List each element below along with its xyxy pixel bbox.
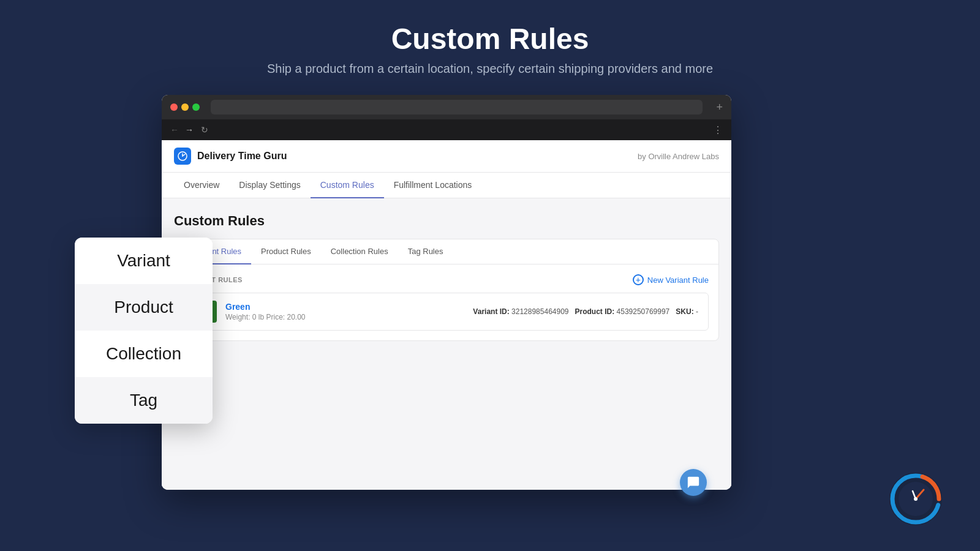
- dot-yellow[interactable]: [181, 103, 189, 111]
- browser-nav: ← → ↻ ⋮: [162, 119, 731, 140]
- plus-icon: +: [633, 274, 644, 285]
- new-variant-rule-button[interactable]: + New Variant Rule: [633, 274, 709, 285]
- browser-menu-button[interactable]: ⋮: [713, 124, 723, 136]
- new-rule-label: New Variant Rule: [647, 276, 709, 285]
- timer-icon: [888, 471, 943, 527]
- variant-id-label: Variant ID:: [473, 307, 509, 316]
- svg-point-9: [914, 497, 918, 501]
- list-item-variant[interactable]: Variant: [75, 238, 213, 284]
- address-bar[interactable]: [211, 100, 703, 114]
- app-by-text: by Orville Andrew Labs: [638, 152, 719, 161]
- app-nav: Overview Display Settings Custom Rules F…: [162, 173, 731, 198]
- tab-display-settings[interactable]: Display Settings: [229, 173, 310, 198]
- section-title: Custom Rules: [174, 213, 719, 229]
- tab-product-rules[interactable]: Product Rules: [251, 239, 321, 264]
- rules-card: Variant Rules Product Rules Collection R…: [174, 239, 719, 341]
- browser-window: + ← → ↻ ⋮ Delivery Time Guru by Orville …: [162, 95, 731, 490]
- tab-custom-rules[interactable]: Custom Rules: [311, 173, 384, 198]
- rules-content: VARIANT RULES + New Variant Rule: [175, 264, 718, 340]
- list-item-tag[interactable]: Tag: [75, 377, 213, 424]
- app-header: Delivery Time Guru by Orville Andrew Lab…: [162, 140, 731, 173]
- page-title: Custom Rules: [0, 22, 980, 56]
- page-subtitle: Ship a product from a certain location, …: [0, 62, 980, 76]
- floating-list: Variant Product Collection Tag: [75, 238, 213, 424]
- app-content: Delivery Time Guru by Orville Andrew Lab…: [162, 140, 731, 490]
- browser-dots: [170, 103, 200, 111]
- browser-chrome: +: [162, 95, 731, 119]
- tab-tag-rules[interactable]: Tag Rules: [398, 239, 453, 264]
- variant-detail: Weight: 0 lb Price: 20.00: [225, 313, 464, 321]
- variant-item[interactable]: Green Weight: 0 lb Price: 20.00 Variant …: [184, 293, 709, 331]
- chat-icon: [687, 476, 700, 489]
- variant-id-value: 32128985464909: [511, 307, 568, 316]
- tab-collection-rules[interactable]: Collection Rules: [321, 239, 398, 264]
- list-item-product[interactable]: Product: [75, 284, 213, 331]
- tab-fulfillment-locations[interactable]: Fulfillment Locations: [384, 173, 482, 198]
- sku-label: SKU:: [676, 307, 693, 316]
- dot-green[interactable]: [192, 103, 200, 111]
- new-tab-button[interactable]: +: [716, 101, 723, 114]
- sku-value: -: [696, 307, 698, 316]
- back-button[interactable]: ←: [170, 125, 179, 135]
- product-id-label: Product ID:: [575, 307, 615, 316]
- refresh-button[interactable]: ↻: [201, 125, 208, 135]
- app-logo: Delivery Time Guru: [174, 148, 287, 165]
- rules-header: VARIANT RULES + New Variant Rule: [184, 274, 709, 285]
- list-item-collection[interactable]: Collection: [75, 331, 213, 377]
- timer-svg: [888, 471, 943, 527]
- variant-name: Green: [225, 302, 464, 312]
- product-id-value: 4539250769997: [617, 307, 670, 316]
- chat-button[interactable]: [680, 469, 707, 496]
- tab-overview[interactable]: Overview: [174, 173, 229, 198]
- app-logo-icon: [174, 148, 191, 165]
- variant-ids: Variant ID: 32128985464909 Product ID: 4…: [473, 307, 698, 316]
- page-header: Custom Rules Ship a product from a certa…: [0, 0, 980, 91]
- variant-info: Green Weight: 0 lb Price: 20.00: [225, 302, 464, 321]
- forward-button[interactable]: →: [185, 125, 194, 135]
- main-content: Custom Rules Variant Rules Product Rules…: [162, 198, 731, 490]
- dot-red[interactable]: [170, 103, 178, 111]
- app-name: Delivery Time Guru: [197, 151, 287, 162]
- rules-tabs: Variant Rules Product Rules Collection R…: [175, 239, 718, 264]
